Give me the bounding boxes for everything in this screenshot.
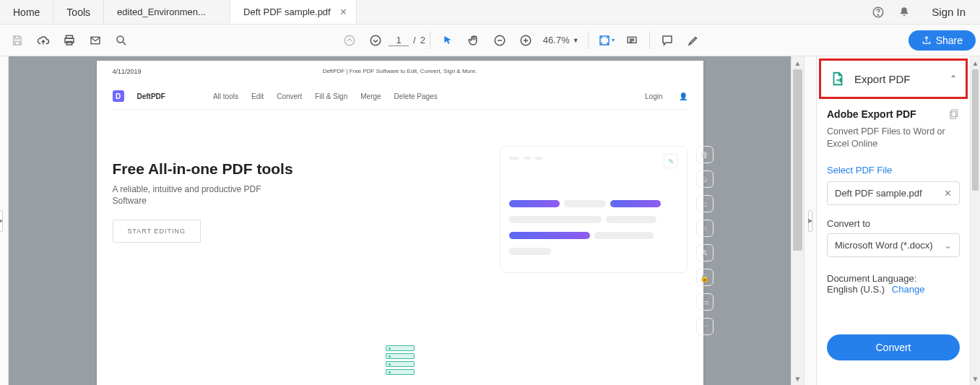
doc-logo-icon: D xyxy=(113,90,124,102)
page-up-icon[interactable] xyxy=(337,27,363,53)
doc-nav-delete: Delete Pages xyxy=(394,92,438,100)
user-icon: 👤 xyxy=(679,92,688,100)
hand-tool-icon[interactable] xyxy=(461,27,487,53)
email-icon[interactable] xyxy=(82,27,108,53)
document-tab-1[interactable]: edited_Environmen... xyxy=(104,0,230,24)
text-icon: A xyxy=(696,244,714,261)
doc-login: Login xyxy=(645,92,662,100)
remove-file-icon[interactable]: ✕ xyxy=(944,188,952,199)
change-language-link[interactable]: Change xyxy=(892,284,925,295)
pages-icon xyxy=(948,108,960,120)
scroll-thumb[interactable] xyxy=(972,69,979,191)
page-down-icon[interactable] xyxy=(363,27,389,53)
hero-section: Free All-in-one PDF tools A reliable, in… xyxy=(113,146,688,273)
page-sep: / xyxy=(413,35,416,46)
comment-icon[interactable] xyxy=(654,27,680,53)
right-tools-panel: Export PDF ⌃ Adobe Export PDF Convert PD… xyxy=(817,56,970,385)
svg-point-6 xyxy=(117,36,123,43)
hero-subtitle: A reliable, intuitive and productive PDF… xyxy=(113,183,279,207)
chevron-down-icon: ▼ xyxy=(573,37,579,44)
share-icon xyxy=(922,35,932,46)
image-icon: ▭ xyxy=(696,293,714,311)
fit-page-icon[interactable]: ▾ xyxy=(593,27,619,53)
scroll-up-icon[interactable]: ▲ xyxy=(971,56,980,69)
zoom-value: 46.7% xyxy=(543,35,570,46)
mock-side-icons: 🗑 ☺ ⌂ ○ A 🔒 ▭ ⋯ xyxy=(696,146,714,335)
tools-link[interactable]: Tools xyxy=(53,0,104,24)
more-icon: ⋯ xyxy=(696,318,714,335)
zoom-in-icon[interactable] xyxy=(513,27,539,53)
mock-document: ✎ xyxy=(500,146,688,273)
print-icon[interactable] xyxy=(56,27,82,53)
document-tab-2-label: Deft PDF sample.pdf xyxy=(243,7,335,17)
page-total: 2 xyxy=(420,35,425,46)
svg-rect-13 xyxy=(952,110,958,116)
convert-to-value: Microsoft Word (*.docx) xyxy=(835,240,933,251)
document-tab-1-label: edited_Environmen... xyxy=(117,7,221,17)
notification-bell-icon[interactable] xyxy=(891,0,917,24)
doc-nav-merge: Merge xyxy=(360,92,381,100)
convert-to-select[interactable]: Microsoft Word (*.docx) ⌄ xyxy=(827,233,960,257)
export-pdf-label: Export PDF xyxy=(854,73,941,85)
scroll-down-icon[interactable]: ▼ xyxy=(971,372,980,385)
export-title: Adobe Export PDF xyxy=(827,108,916,120)
scroll-up-icon[interactable]: ▲ xyxy=(792,56,804,69)
viewer-scrollbar[interactable]: ▲ ▼ xyxy=(791,56,804,385)
doc-nav-alltools: All tools xyxy=(213,92,238,100)
expand-right-icon[interactable]: ▶ xyxy=(808,210,812,232)
select-tool-icon[interactable] xyxy=(435,27,461,53)
doc-language-label: Document Language: xyxy=(827,273,916,284)
document-viewer: ▶ 4/11/2019 DeftPDF | Free PDF Software … xyxy=(0,56,804,385)
page-indicator: / 2 xyxy=(389,35,425,46)
doc-brand: DeftPDF xyxy=(137,92,165,100)
export-pdf-header[interactable]: Export PDF ⌃ xyxy=(819,59,968,99)
home-link[interactable]: Home xyxy=(0,0,53,24)
main-toolbar: / 2 46.7% ▼ ▾ Share xyxy=(0,25,980,56)
pencil-icon: ✎ xyxy=(664,154,678,168)
convert-button[interactable]: Convert xyxy=(827,334,960,360)
zoom-out-icon[interactable] xyxy=(487,27,513,53)
close-tab-icon[interactable]: ✕ xyxy=(339,7,347,17)
lock-icon: 🔒 xyxy=(696,269,714,286)
person-icon: ☺ xyxy=(696,170,714,188)
svg-point-1 xyxy=(878,14,879,15)
right-panel-scrollbar[interactable]: ▲ ▼ xyxy=(970,56,980,385)
chevron-up-icon: ⌃ xyxy=(950,74,957,84)
right-collapse-rail[interactable]: ▶ xyxy=(804,56,817,385)
hero-title: Free All-in-one PDF tools xyxy=(113,160,485,178)
selected-file-name: Deft PDF sample.pdf xyxy=(835,188,922,199)
doc-nav-fillsign: Fill & Sign xyxy=(315,92,347,100)
selected-file-pill: Deft PDF sample.pdf ✕ xyxy=(827,181,960,205)
trash-icon: 🗑 xyxy=(696,146,714,163)
zoom-dropdown[interactable]: 46.7% ▼ xyxy=(539,35,584,46)
page-number-input[interactable] xyxy=(389,35,409,46)
doc-nav-edit: Edit xyxy=(251,92,264,100)
highlight-icon[interactable] xyxy=(680,27,706,53)
cloud-upload-icon[interactable] xyxy=(30,27,56,53)
export-subtitle: Convert PDF Files to Word or Excel Onlin… xyxy=(827,126,960,150)
page-canvas[interactable]: 4/11/2019 DeftPDF | Free PDF Software to… xyxy=(9,56,791,385)
svg-rect-14 xyxy=(950,112,956,118)
select-file-label[interactable]: Select PDF File xyxy=(827,165,960,176)
left-nav-rail[interactable]: ▶ xyxy=(0,56,9,385)
sign-in-link[interactable]: Sign In xyxy=(917,0,980,24)
convert-to-label: Convert to xyxy=(827,218,960,229)
svg-point-8 xyxy=(370,35,381,46)
top-tabs-bar: Home Tools edited_Environmen... Deft PDF… xyxy=(0,0,980,25)
scroll-thumb[interactable] xyxy=(793,69,802,251)
svg-point-7 xyxy=(344,35,355,46)
pdf-page: 4/11/2019 DeftPDF | Free PDF Software to… xyxy=(97,61,703,385)
export-panel-body: Adobe Export PDF Convert PDF Files to Wo… xyxy=(817,101,970,372)
save-icon[interactable] xyxy=(4,27,30,53)
scroll-down-icon[interactable]: ▼ xyxy=(792,372,804,385)
page-display-icon[interactable] xyxy=(619,27,645,53)
document-tab-2[interactable]: Deft PDF sample.pdf ✕ xyxy=(230,0,357,24)
server-illustration xyxy=(113,345,688,375)
doc-top-nav: D DeftPDF All tools Edit Convert Fill & … xyxy=(113,86,688,106)
share-button[interactable]: Share xyxy=(909,30,976,51)
doc-nav-convert: Convert xyxy=(277,92,302,100)
expand-left-icon[interactable]: ▶ xyxy=(0,210,3,232)
doc-language-value: English (U.S.) xyxy=(827,284,885,295)
find-icon[interactable] xyxy=(108,27,134,53)
help-icon[interactable] xyxy=(865,0,891,24)
